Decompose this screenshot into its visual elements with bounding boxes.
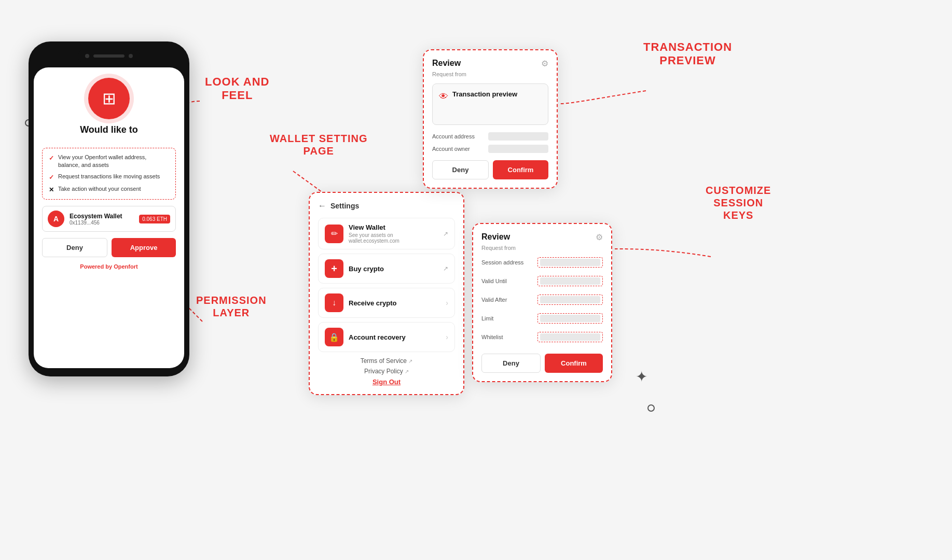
tx-preview-content-box: 👁 Transaction preview	[432, 83, 548, 125]
ws-icon-buy-crypto: +	[325, 259, 343, 278]
wallet-balance-badge: 0.063 ETH	[139, 215, 170, 223]
sk-settings-icon[interactable]: ⚙	[596, 232, 603, 242]
openfort-brand: Openfort	[114, 263, 137, 270]
ws-settings-title: Settings	[330, 202, 359, 210]
label-session-keys: CUSTOMIZESESSIONKEYS	[706, 184, 771, 221]
sk-deny-button[interactable]: Deny	[481, 354, 541, 373]
deco-sparkle-bottom-right: ✦	[636, 368, 647, 385]
ws-privacy-link[interactable]: Privacy Policy ↗	[318, 368, 455, 375]
tx-field-value-2	[488, 145, 548, 153]
permissions-box: ✓ View your Openfort wallet address, bal…	[42, 148, 176, 200]
ws-item-content-view-wallet: View Wallet See your assets on wallet.ec…	[349, 223, 438, 244]
wallet-selector[interactable]: A Ecosystem Wallet 0x1139...456 0.063 ET…	[42, 206, 176, 232]
wallet-name: Ecosystem Wallet	[70, 213, 134, 220]
ws-item-buy-crypto[interactable]: + Buy crypto ↗	[318, 254, 455, 284]
perm-item-3: ✕ Take action without your consent	[49, 185, 169, 194]
ws-label-receive-crypto: Receive crypto	[349, 299, 440, 307]
ws-sign-out-button[interactable]: Sign Out	[318, 378, 455, 386]
tx-settings-icon[interactable]: ⚙	[541, 59, 548, 68]
powered-by-text: Powered by Openfort	[42, 263, 176, 270]
perm-text-1: View your Openfort wallet address, balan…	[58, 153, 169, 170]
perm-item-2: ✓ Request transactions like moving asset…	[49, 173, 169, 182]
ws-item-view-wallet[interactable]: ✏ View Wallet See your assets on wallet.…	[318, 218, 455, 249]
wallet-avatar: A	[48, 211, 64, 227]
permission-title: Would like to	[80, 124, 138, 135]
label-permission-layer: PERMISSIONLAYER	[196, 294, 267, 319]
sk-button-row: Deny Confirm	[481, 354, 603, 373]
ws-icon-account-recovery: 🔒	[325, 328, 343, 346]
perm-item-1: ✓ View your Openfort wallet address, bal…	[49, 153, 169, 170]
ws-back-arrow[interactable]: ←	[318, 201, 326, 211]
tx-field-label-1: Account address	[432, 133, 484, 139]
tx-preview-panel: Review ⚙ Request from 👁 Transaction prev…	[423, 49, 558, 189]
sk-field-valid-until: Valid Until	[481, 276, 603, 286]
tx-panel-sub: Request from	[432, 71, 548, 77]
ws-item-receive-crypto[interactable]: ↓ Receive crypto ›	[318, 288, 455, 318]
x-icon-3: ✕	[49, 186, 54, 194]
deco-circle-bottom-right	[647, 404, 655, 412]
sk-confirm-button[interactable]: Confirm	[545, 354, 603, 373]
wallet-info: Ecosystem Wallet 0x1139...456	[70, 213, 134, 226]
phone-mockup: ⊞ Would like to ✓ View your Openfort wal…	[29, 41, 189, 376]
sk-panel-title: Review	[481, 232, 510, 242]
label-look-and-feel: LOOK ANDFEEL	[205, 75, 270, 103]
ws-links-section: Terms of Service ↗ Privacy Policy ↗ Sign…	[318, 357, 455, 386]
ws-arrow-receive-crypto: ›	[446, 299, 448, 307]
ws-label-buy-crypto: Buy crypto	[349, 265, 438, 273]
wallet-address: 0x1139...456	[70, 220, 134, 226]
sk-field-label-3: Valid After	[481, 297, 533, 303]
sk-field-whitelist: Whitelist	[481, 332, 603, 342]
phone-screen: ⊞ Would like to ✓ View your Openfort wal…	[34, 67, 184, 368]
ws-label-account-recovery: Account recovery	[349, 333, 440, 341]
sk-field-label-5: Whitelist	[481, 334, 533, 340]
tx-field-account-owner: Account owner	[432, 145, 548, 153]
wallet-setting-panel: ← Settings ✏ View Wallet See your assets…	[309, 192, 464, 395]
tx-preview-label: Transaction preview	[452, 90, 517, 98]
sk-field-label-2: Valid Until	[481, 278, 533, 284]
phone-approve-button[interactable]: Approve	[112, 238, 176, 257]
perm-text-3: Take action without your consent	[58, 185, 141, 193]
phone-notch	[78, 50, 140, 62]
ws-icon-receive-crypto: ↓	[325, 293, 343, 312]
sk-field-limit: Limit	[481, 313, 603, 324]
sk-field-label-4: Limit	[481, 315, 533, 321]
phone-deny-button[interactable]: Deny	[42, 238, 107, 257]
tx-deny-button[interactable]: Deny	[432, 160, 489, 179]
session-keys-panel: Review ⚙ Request from Session address Va…	[472, 223, 612, 382]
tx-panel-title: Review	[432, 59, 461, 68]
sk-panel-sub: Request from	[481, 245, 603, 251]
tx-confirm-button[interactable]: Confirm	[493, 160, 548, 179]
check-icon-1: ✓	[49, 154, 54, 163]
ws-item-account-recovery[interactable]: 🔒 Account recovery ›	[318, 322, 455, 352]
app-logo-icon: ⊞	[102, 89, 116, 108]
phone-button-row: Deny Approve	[42, 238, 176, 257]
label-wallet-setting: WALLET SETTINGPAGE	[270, 132, 367, 157]
perm-text-2: Request transactions like moving assets	[58, 173, 160, 180]
tx-button-row: Deny Confirm	[432, 160, 548, 179]
label-transaction-preview: TRANSACTIONPREVIEW	[643, 40, 732, 68]
tx-field-label-2: Account owner	[432, 146, 484, 152]
ws-ext-view-wallet: ↗	[443, 230, 448, 237]
tx-field-account-address: Account address	[432, 132, 548, 141]
app-logo-area: ⊞ Would like to	[42, 78, 176, 141]
ws-terms-link[interactable]: Terms of Service ↗	[318, 357, 455, 365]
sk-field-session-address: Session address	[481, 257, 603, 268]
check-icon-2: ✓	[49, 173, 54, 182]
tx-eye-icon: 👁	[439, 91, 448, 102]
ws-sub-view-wallet: See your assets on wallet.ecosystem.com	[349, 232, 438, 244]
ws-icon-view-wallet: ✏	[325, 225, 343, 243]
ws-header: ← Settings	[318, 201, 455, 211]
ws-ext-buy-crypto: ↗	[443, 265, 448, 272]
sk-field-valid-after: Valid After	[481, 295, 603, 305]
app-logo-circle: ⊞	[88, 78, 130, 119]
ws-label-view-wallet: View Wallet	[349, 223, 438, 231]
tx-field-value-1	[488, 132, 548, 141]
ws-arrow-account-recovery: ›	[446, 333, 448, 341]
sk-field-label-1: Session address	[481, 259, 533, 265]
